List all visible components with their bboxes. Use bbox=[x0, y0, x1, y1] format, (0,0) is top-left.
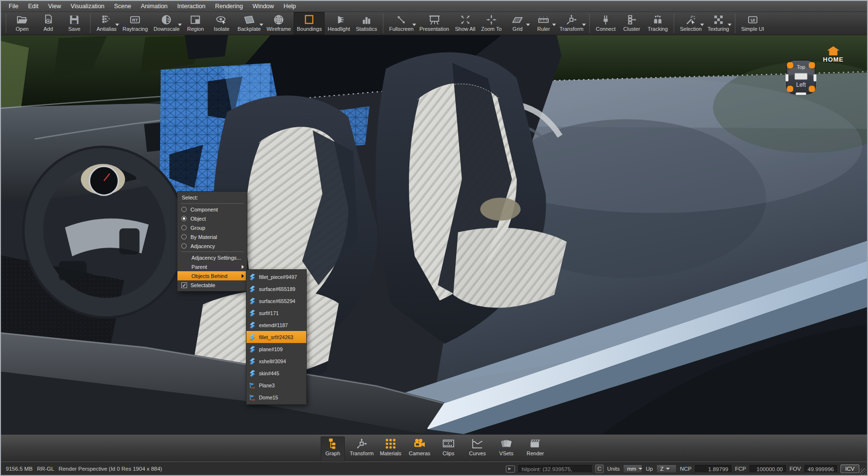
submenu-item[interactable]: Dome15 bbox=[246, 391, 306, 403]
icv-button[interactable]: ICV bbox=[841, 464, 859, 473]
module-vsets[interactable]: VSets bbox=[494, 436, 518, 462]
window-resize-grip[interactable] bbox=[860, 468, 866, 475]
dropdown-arrow-icon[interactable] bbox=[526, 24, 530, 26]
toolbar-ruler[interactable]: Ruler bbox=[530, 12, 556, 35]
menu-edit[interactable]: Edit bbox=[23, 1, 43, 12]
toolbar-headlight[interactable]: Headlight bbox=[325, 12, 353, 35]
toolbar-isolate[interactable]: Isolate bbox=[208, 12, 234, 35]
toolbar-antialias[interactable]: Antialias bbox=[94, 12, 120, 35]
viewport-3d-scene[interactable] bbox=[1, 35, 867, 434]
menu-scene[interactable]: Scene bbox=[109, 1, 136, 12]
memory-usage: 9156.5 MB bbox=[6, 466, 33, 472]
submenu-item[interactable]: surf#171 bbox=[246, 307, 306, 319]
module-clips[interactable]: Clips bbox=[436, 436, 461, 462]
toolbar-wireframe[interactable]: Wireframe bbox=[264, 12, 294, 35]
menu-bar: File Edit View Visualization Scene Anima… bbox=[1, 1, 868, 12]
render-info-icon[interactable] bbox=[506, 465, 515, 473]
menu-file[interactable]: File bbox=[4, 1, 23, 12]
toolbar-downscale[interactable]: Downscale bbox=[151, 12, 183, 35]
submenu-item[interactable]: skin#445 bbox=[246, 367, 306, 379]
module-graph[interactable]: Graph bbox=[321, 436, 345, 462]
submenu-item[interactable]: extend#1187 bbox=[246, 319, 306, 331]
toolbar-tracking[interactable]: Tracking bbox=[645, 12, 671, 35]
menu-animation[interactable]: Animation bbox=[136, 1, 173, 12]
surface-icon bbox=[249, 297, 256, 304]
submenu-item[interactable]: surface#655294 bbox=[246, 295, 306, 307]
dropdown-arrow-icon[interactable] bbox=[552, 24, 556, 26]
chevron-down-icon bbox=[666, 468, 670, 470]
fcp-field[interactable]: 100000.00 bbox=[749, 465, 786, 473]
menu-option-object[interactable]: Object bbox=[177, 214, 247, 223]
toolbar-save[interactable]: Save bbox=[61, 12, 87, 35]
dropdown-arrow-icon[interactable] bbox=[728, 24, 732, 26]
toolbar-open[interactable]: Open bbox=[9, 12, 35, 35]
hitpoint-field[interactable]: hitpoint: (32.939575, 4605.4809... bbox=[518, 465, 592, 473]
toolbar-separator bbox=[90, 14, 91, 33]
transform-icon bbox=[565, 13, 578, 26]
toolbar-separator bbox=[735, 14, 735, 33]
toolbar-selection[interactable]: Selection bbox=[677, 12, 705, 35]
toolbar-grid[interactable]: Grid bbox=[504, 12, 530, 35]
toolbar-raytracing[interactable]: RT Raytracing bbox=[120, 12, 151, 35]
toolbar-backplate[interactable]: Backplate bbox=[234, 12, 263, 35]
module-materials[interactable]: Materials bbox=[379, 436, 403, 462]
menu-option-adjacency[interactable]: Adjacency bbox=[177, 241, 247, 251]
menu-item-adjacency-settings[interactable]: Adjacency Settings... bbox=[177, 253, 247, 262]
cameras-icon bbox=[413, 437, 426, 450]
menu-item-selectable[interactable]: ✓ Selectable bbox=[177, 280, 247, 290]
isolate-eye-icon bbox=[215, 13, 228, 26]
menu-view[interactable]: View bbox=[43, 1, 66, 12]
toolbar-show-all[interactable]: Show All bbox=[452, 12, 478, 35]
toolbar-simple-ui[interactable]: UI Simple UI bbox=[738, 12, 767, 35]
dropdown-arrow-icon[interactable] bbox=[259, 24, 263, 26]
submenu-item-highlighted[interactable]: fillet_srf#24263 bbox=[246, 331, 306, 343]
menu-option-group[interactable]: Group bbox=[177, 223, 247, 232]
menu-option-component[interactable]: Component bbox=[177, 205, 247, 214]
up-axis-dropdown[interactable]: Z bbox=[656, 464, 677, 473]
curves-icon bbox=[471, 437, 484, 450]
ncp-field[interactable]: 1.89799 bbox=[695, 465, 732, 473]
dropdown-arrow-icon[interactable] bbox=[412, 24, 416, 26]
toolbar-transform[interactable]: Transform bbox=[556, 12, 586, 35]
toolbar-statistics[interactable]: Statistics bbox=[353, 12, 380, 35]
submenu-item[interactable]: surface#655189 bbox=[246, 283, 306, 295]
toolbar-add[interactable]: Add bbox=[35, 12, 61, 35]
toolbar-boundings[interactable]: Boundings bbox=[294, 12, 325, 35]
submenu-item[interactable]: xshell#3094 bbox=[246, 355, 306, 367]
c-button[interactable]: C bbox=[595, 464, 604, 473]
radio-selected-icon bbox=[181, 216, 187, 221]
submenu-item[interactable]: plane#109 bbox=[246, 343, 306, 355]
submenu-item[interactable]: fillet_piece#9497 bbox=[246, 271, 306, 283]
dropdown-arrow-icon[interactable] bbox=[582, 24, 586, 26]
toolbar-connect[interactable]: Connect bbox=[593, 12, 619, 35]
dropdown-arrow-icon[interactable] bbox=[178, 24, 182, 26]
menu-window[interactable]: Window bbox=[248, 1, 279, 12]
home-button[interactable]: HOME bbox=[821, 46, 846, 63]
menu-visualization[interactable]: Visualization bbox=[66, 1, 109, 12]
menu-interaction[interactable]: Interaction bbox=[173, 1, 210, 12]
module-transform[interactable]: Transform bbox=[350, 436, 374, 462]
view-navigation-cube[interactable]: Top Left bbox=[784, 57, 818, 97]
dropdown-arrow-icon[interactable] bbox=[700, 24, 704, 26]
submenu-item[interactable]: Plane3 bbox=[246, 379, 306, 391]
menu-option-by-material[interactable]: By Material bbox=[177, 232, 247, 241]
status-bar: 9156.5 MB RR-GL Render Perspective (Id 0… bbox=[1, 462, 867, 476]
module-curves[interactable]: Curves bbox=[465, 436, 489, 462]
fov-field[interactable]: 49.999996 bbox=[804, 465, 837, 473]
toolbar-zoom-to[interactable]: Zoom To bbox=[478, 12, 505, 35]
toolbar-fullscreen[interactable]: Fullscreen bbox=[386, 12, 417, 35]
ruler-icon bbox=[537, 13, 550, 26]
units-dropdown[interactable]: mm bbox=[623, 464, 642, 473]
menu-item-objects-behind[interactable]: Objects Behind bbox=[177, 271, 247, 280]
dropdown-arrow-icon[interactable] bbox=[115, 24, 119, 26]
render-view-info: Render Perspective (Id 0 Res 1904 x 884) bbox=[58, 466, 162, 472]
toolbar-texturing[interactable]: Texturing bbox=[705, 12, 732, 35]
toolbar-presentation[interactable]: Presentation bbox=[417, 12, 452, 35]
toolbar-region[interactable]: Region bbox=[182, 12, 208, 35]
module-render[interactable]: Render bbox=[523, 436, 547, 462]
menu-help[interactable]: Help bbox=[279, 1, 301, 12]
toolbar-cluster[interactable]: Cluster bbox=[619, 12, 645, 35]
menu-item-parent[interactable]: Parent bbox=[177, 262, 247, 271]
module-cameras[interactable]: Cameras bbox=[407, 436, 432, 462]
menu-rendering[interactable]: Rendering bbox=[210, 1, 248, 12]
